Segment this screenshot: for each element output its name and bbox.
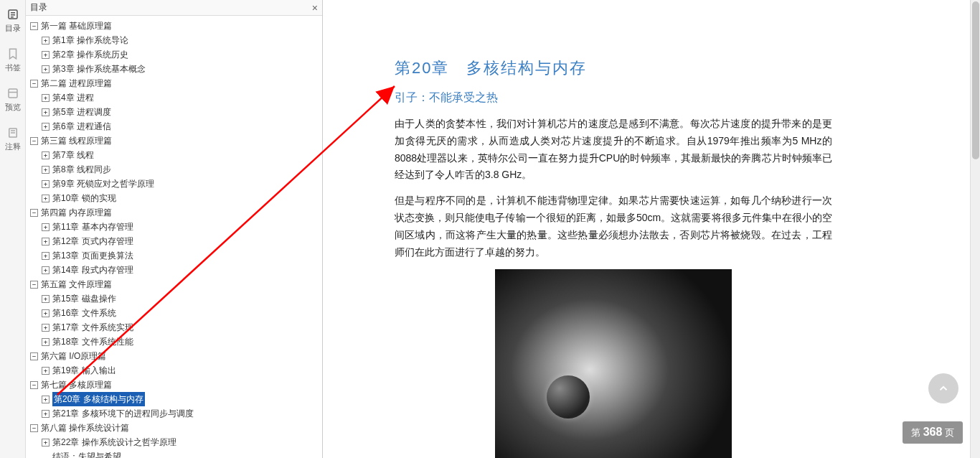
toc-node[interactable]: +第7章 线程 bbox=[26, 148, 322, 162]
main-scrollbar[interactable] bbox=[970, 0, 980, 458]
expand-icon[interactable]: + bbox=[42, 238, 50, 246]
sub-title: 引子：不能承受之热 bbox=[395, 90, 832, 106]
toc-label: 第21章 多核环境下的进程同步与调度 bbox=[52, 406, 194, 421]
toc-node[interactable]: +第13章 页面更换算法 bbox=[26, 248, 322, 263]
expand-icon[interactable]: + bbox=[42, 180, 50, 188]
toc-label: 第8章 线程同步 bbox=[52, 162, 111, 177]
tool-label: 目录 bbox=[5, 23, 21, 34]
toc-label: 第5章 进程调度 bbox=[52, 105, 111, 119]
toc-node[interactable]: +第14章 段式内存管理 bbox=[26, 263, 322, 277]
leaf-icon bbox=[42, 453, 50, 459]
toc-node[interactable]: +第20章 多核结构与内存 bbox=[26, 392, 322, 406]
page: 第20章 多核结构与内存 引子：不能承受之热 由于人类的贪婪本性，我们对计算机芯… bbox=[323, 0, 868, 458]
toc-body[interactable]: −第一篇 基础原理篇+第1章 操作系统导论+第2章 操作系统历史+第3章 操作系… bbox=[26, 16, 322, 458]
toc-node[interactable]: +第3章 操作系统基本概念 bbox=[26, 62, 322, 76]
tool-annotate[interactable]: 注释 bbox=[5, 126, 21, 152]
tool-preview[interactable]: 预览 bbox=[5, 86, 21, 113]
toc-node[interactable]: −第一篇 基础原理篇 bbox=[26, 19, 322, 33]
toc-node[interactable]: +第17章 文件系统实现 bbox=[26, 320, 322, 335]
scroll-thumb[interactable] bbox=[972, 1, 979, 159]
tool-toc[interactable]: 目录 bbox=[5, 7, 21, 34]
toc-label: 第3章 操作系统基本概念 bbox=[52, 62, 146, 76]
tool-label: 书签 bbox=[5, 62, 21, 73]
toc-node[interactable]: −第三篇 线程原理篇 bbox=[26, 134, 322, 148]
close-icon[interactable]: × bbox=[312, 2, 318, 14]
expand-icon[interactable]: + bbox=[42, 123, 50, 131]
toc-label: 第6章 进程通信 bbox=[52, 119, 111, 134]
toc-node[interactable]: +第15章 磁盘操作 bbox=[26, 291, 322, 306]
svg-rect-4 bbox=[9, 89, 17, 98]
tool-label: 注释 bbox=[5, 141, 21, 152]
page-number: 368 bbox=[923, 426, 943, 438]
toc-label: 第16章 文件系统 bbox=[52, 306, 116, 320]
toc-node[interactable]: +第22章 操作系统设计之哲学原理 bbox=[26, 435, 322, 449]
expand-icon[interactable]: + bbox=[42, 367, 50, 375]
toc-label: 第三篇 线程原理篇 bbox=[41, 134, 112, 148]
collapse-icon[interactable]: − bbox=[30, 381, 38, 389]
toc-node[interactable]: −第七篇 多核原理篇 bbox=[26, 378, 322, 392]
expand-icon[interactable]: + bbox=[42, 51, 50, 59]
expand-icon[interactable]: + bbox=[42, 324, 50, 332]
toc-label: 第六篇 I/O原理篇 bbox=[41, 349, 106, 363]
expand-icon[interactable]: + bbox=[42, 166, 50, 174]
toc-node[interactable]: +第10章 锁的实现 bbox=[26, 191, 322, 205]
expand-icon[interactable]: + bbox=[42, 65, 50, 73]
toc-label: 第20章 多核结构与内存 bbox=[52, 392, 145, 406]
back-to-top-button[interactable] bbox=[928, 373, 958, 403]
toc-node[interactable]: −第八篇 操作系统设计篇 bbox=[26, 421, 322, 435]
toc-node[interactable]: +第5章 进程调度 bbox=[26, 105, 322, 119]
toc-node[interactable]: −第四篇 内存原理篇 bbox=[26, 205, 322, 220]
toc-node[interactable]: +第2章 操作系统历史 bbox=[26, 47, 322, 62]
expand-icon[interactable]: + bbox=[42, 410, 50, 418]
toc-node[interactable]: +第11章 基本内存管理 bbox=[26, 220, 322, 234]
expand-icon[interactable]: + bbox=[42, 37, 50, 45]
collapse-icon[interactable]: − bbox=[30, 22, 38, 30]
expand-icon[interactable]: + bbox=[42, 309, 50, 317]
toc-node[interactable]: +第8章 线程同步 bbox=[26, 162, 322, 177]
toc-node[interactable]: +第19章 输入输出 bbox=[26, 363, 322, 378]
expand-icon[interactable]: + bbox=[42, 252, 50, 260]
collapse-icon[interactable]: − bbox=[30, 80, 38, 88]
expand-icon[interactable]: + bbox=[42, 338, 50, 346]
expand-icon[interactable]: + bbox=[42, 94, 50, 102]
toc-node[interactable]: +第9章 死锁应对之哲学原理 bbox=[26, 177, 322, 191]
expand-icon[interactable]: + bbox=[42, 266, 50, 274]
expand-icon[interactable]: + bbox=[42, 223, 50, 231]
toc-node[interactable]: −第二篇 进程原理篇 bbox=[26, 76, 322, 90]
toc-node[interactable]: +第1章 操作系统导论 bbox=[26, 33, 322, 47]
collapse-icon[interactable]: − bbox=[30, 352, 38, 360]
toc-node[interactable]: +第18章 文件系统性能 bbox=[26, 335, 322, 349]
toc-label: 第12章 页式内存管理 bbox=[52, 234, 133, 248]
toc-label: 第4章 进程 bbox=[52, 90, 94, 105]
collapse-icon[interactable]: − bbox=[30, 281, 38, 289]
toc-node[interactable]: +第12章 页式内存管理 bbox=[26, 234, 322, 248]
toc-label: 第9章 死锁应对之哲学原理 bbox=[52, 177, 154, 191]
toc-node[interactable]: −第六篇 I/O原理篇 bbox=[26, 349, 322, 363]
collapse-icon[interactable]: − bbox=[30, 137, 38, 145]
expand-icon[interactable]: + bbox=[42, 295, 50, 303]
expand-icon[interactable]: + bbox=[42, 195, 50, 202]
toc-node[interactable]: +第4章 进程 bbox=[26, 90, 322, 105]
page-indicator[interactable]: 第 368 页 bbox=[903, 421, 963, 444]
toc-header: 目录 × bbox=[26, 0, 322, 16]
toc-label: 结语：失望与希望 bbox=[52, 449, 121, 458]
main-content: 第20章 多核结构与内存 引子：不能承受之热 由于人类的贪婪本性，我们对计算机芯… bbox=[323, 0, 970, 458]
tool-bookmark[interactable]: 书签 bbox=[5, 47, 21, 73]
paragraph: 由于人类的贪婪本性，我们对计算机芯片的速度总是感到不满意。每次芯片速度的提升带来… bbox=[395, 116, 832, 184]
tool-label: 预览 bbox=[5, 102, 21, 113]
expand-icon[interactable]: + bbox=[42, 151, 50, 159]
toc-node[interactable]: +第6章 进程通信 bbox=[26, 119, 322, 134]
toc-panel: 目录 × −第一篇 基础原理篇+第1章 操作系统导论+第2章 操作系统历史+第3… bbox=[26, 0, 323, 458]
toc-node[interactable]: +第21章 多核环境下的进程同步与调度 bbox=[26, 406, 322, 421]
toc-label: 第七篇 多核原理篇 bbox=[41, 378, 112, 392]
collapse-icon[interactable]: − bbox=[30, 424, 38, 432]
collapse-icon[interactable]: − bbox=[30, 209, 38, 217]
toc-label: 第19章 输入输出 bbox=[52, 363, 116, 378]
expand-icon[interactable]: + bbox=[42, 108, 50, 116]
expand-icon[interactable]: + bbox=[42, 396, 50, 403]
expand-icon[interactable]: + bbox=[42, 439, 50, 447]
paragraph: 但是与程序不同的是，计算机不能违背物理定律。如果芯片需要快速运算，如每几个纳秒进… bbox=[395, 192, 832, 261]
toc-node[interactable]: 结语：失望与希望 bbox=[26, 449, 322, 458]
toc-node[interactable]: −第五篇 文件原理篇 bbox=[26, 277, 322, 291]
toc-node[interactable]: +第16章 文件系统 bbox=[26, 306, 322, 320]
